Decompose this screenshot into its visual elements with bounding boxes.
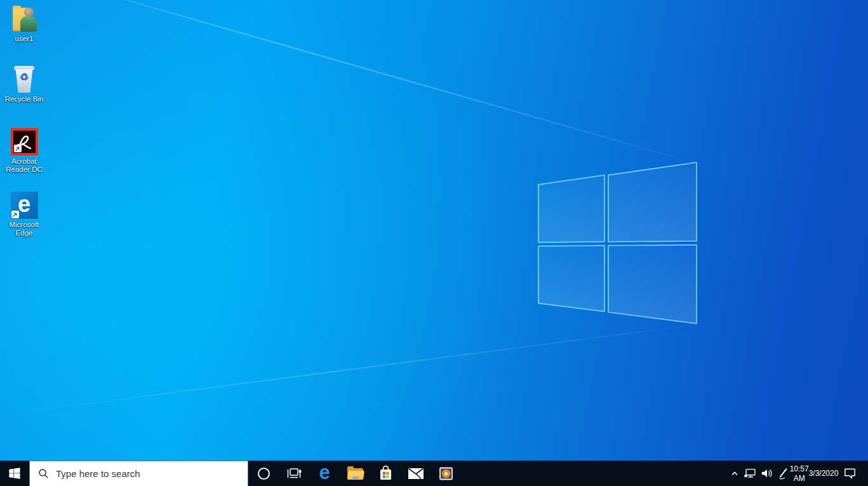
taskbar-app-cortana[interactable] [248,461,279,486]
taskbar-app-file-explorer[interactable] [340,461,370,486]
magnifier-icon [38,468,49,479]
chevron-up-icon [729,468,740,479]
tray-action-center[interactable] [836,461,863,486]
store-bag-icon [378,466,393,482]
pen-icon [777,467,790,480]
windows-wallpaper-logo [537,160,699,326]
folder-icon [347,467,363,480]
edge-e-icon: e [319,463,330,482]
windows-logo-icon [9,468,20,479]
volume-icon [760,467,774,480]
search-input[interactable] [56,468,248,479]
windows-desktop: user1 ♻ Recycle Bin [0,0,868,486]
tray-volume[interactable] [759,461,775,486]
light-ray [0,322,715,416]
tray-clock[interactable]: 10:57 AM 3/3/2020 [792,461,836,486]
shortcut-arrow-icon [14,145,22,152]
desktop-icon-user1[interactable]: user1 [0,4,48,43]
desktop-icon-label: Microsoft Edge [0,221,48,237]
taskbar-app-store[interactable] [370,461,401,486]
clock-date: 3/3/2020 [809,469,839,478]
desktop-wallpaper: user1 ♻ Recycle Bin [0,0,868,461]
start-button[interactable] [0,461,29,486]
tray-show-hidden-icons[interactable] [727,461,742,486]
desktop-icon-edge[interactable]: e Microsoft Edge [0,190,48,237]
light-ray [0,0,711,168]
edge-e-icon: e [11,192,38,219]
network-icon [744,467,758,480]
desktop-icon-label: user1 [0,35,48,43]
taskbar-empty-area [462,461,727,486]
clock-time: 10:57 AM [790,464,809,483]
taskbar-app-media-player[interactable] [431,461,462,486]
acrobat-icon [11,128,38,155]
taskbar-search[interactable] [29,461,248,486]
taskbar-app-task-view[interactable] [279,461,309,486]
desktop-icon-label: Acrobat Reader DC [0,157,48,174]
task-view-icon [286,466,302,481]
recycle-bin-icon: ♻ [10,64,38,93]
action-center-icon [843,467,857,480]
shortcut-arrow-icon [11,211,19,218]
envelope-icon [408,468,424,480]
taskbar: e [0,461,868,486]
desktop-icon-label: Recycle Bin [0,95,48,103]
user-folder-icon [10,5,38,33]
desktop-icon-recycle-bin[interactable]: ♻ Recycle Bin [0,64,48,103]
tray-network[interactable] [742,461,759,486]
taskbar-app-edge[interactable]: e [309,461,340,486]
system-tray: 10:57 AM 3/3/2020 [727,461,868,486]
cortana-ring-icon [258,468,270,480]
desktop-icon-acrobat[interactable]: Acrobat Reader DC [0,126,48,174]
play-circle-icon [439,466,454,481]
taskbar-app-mail[interactable] [401,461,431,486]
